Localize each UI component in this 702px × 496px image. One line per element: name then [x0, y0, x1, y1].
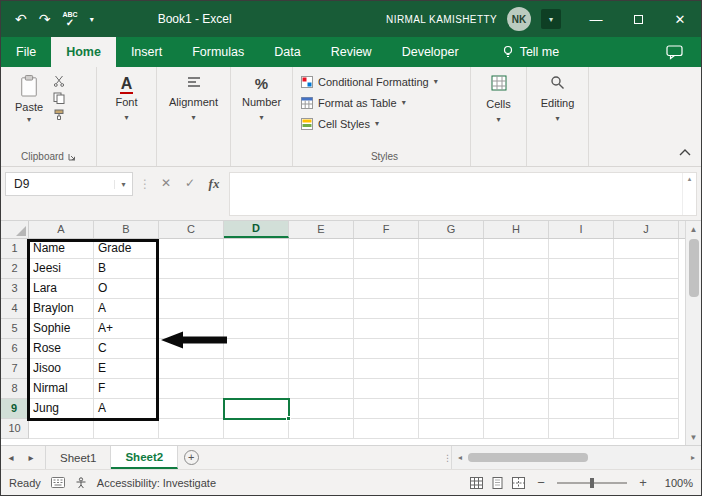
- cell-E4[interactable]: [289, 299, 354, 319]
- cell-E8[interactable]: [289, 379, 354, 399]
- sheet-tab-sheet1[interactable]: Sheet1: [45, 446, 111, 469]
- tab-formulas[interactable]: Formulas: [177, 37, 259, 67]
- formula-bar-expand-icon[interactable]: ▴: [682, 173, 696, 215]
- cut-button[interactable]: [53, 75, 65, 87]
- cell-H1[interactable]: [484, 239, 549, 259]
- cell-B7[interactable]: E: [94, 359, 159, 379]
- cell-I5[interactable]: [549, 319, 614, 339]
- cell-C2[interactable]: [159, 259, 224, 279]
- tab-data[interactable]: Data: [259, 37, 315, 67]
- insert-function-icon[interactable]: fx: [205, 172, 223, 192]
- column-header-A[interactable]: A: [29, 221, 94, 238]
- cell-F2[interactable]: [354, 259, 419, 279]
- collapse-ribbon-button[interactable]: [679, 142, 691, 160]
- cell-J8[interactable]: [614, 379, 679, 399]
- cell-C8[interactable]: [159, 379, 224, 399]
- sheet-bar-divider[interactable]: ⋮: [443, 446, 451, 469]
- cell-A3[interactable]: Lara: [29, 279, 94, 299]
- row-header-8[interactable]: 8: [1, 379, 29, 399]
- fill-handle[interactable]: [286, 416, 291, 421]
- scroll-right-icon[interactable]: ▸: [685, 453, 701, 462]
- row-header-10[interactable]: 10: [1, 419, 29, 439]
- accessibility-button[interactable]: [75, 477, 87, 489]
- column-header-G[interactable]: G: [419, 221, 484, 238]
- cell-A4[interactable]: Braylon: [29, 299, 94, 319]
- column-header-I[interactable]: I: [549, 221, 614, 238]
- cell-C9[interactable]: [159, 399, 224, 419]
- cell-C1[interactable]: [159, 239, 224, 259]
- cell-I6[interactable]: [549, 339, 614, 359]
- column-header-B[interactable]: B: [94, 221, 159, 238]
- cell-F9[interactable]: [354, 399, 419, 419]
- active-cell-d9[interactable]: [223, 398, 290, 420]
- cell-H5[interactable]: [484, 319, 549, 339]
- sheet-nav-left-icon[interactable]: ◂: [1, 446, 21, 469]
- maximize-button[interactable]: [617, 1, 659, 37]
- cell-F8[interactable]: [354, 379, 419, 399]
- paste-button[interactable]: Paste ▾: [9, 71, 49, 126]
- ribbon-display-options-icon[interactable]: ▾: [541, 9, 561, 29]
- cell-E1[interactable]: [289, 239, 354, 259]
- row-header-2[interactable]: 2: [1, 259, 29, 279]
- cell-F3[interactable]: [354, 279, 419, 299]
- tab-insert[interactable]: Insert: [116, 37, 177, 67]
- cell-styles-button[interactable]: Cell Styles ▾: [301, 113, 468, 134]
- zoom-slider[interactable]: [557, 476, 627, 490]
- horizontal-scroll-thumb[interactable]: [468, 453, 588, 462]
- cell-E9[interactable]: [289, 399, 354, 419]
- cell-I7[interactable]: [549, 359, 614, 379]
- cell-E10[interactable]: [289, 419, 354, 439]
- avatar[interactable]: NK: [507, 7, 531, 31]
- cell-C10[interactable]: [159, 419, 224, 439]
- row-header-6[interactable]: 6: [1, 339, 29, 359]
- conditional-formatting-button[interactable]: Conditional Formatting ▾: [301, 71, 468, 92]
- scroll-left-icon[interactable]: ◂: [452, 453, 468, 462]
- cell-G9[interactable]: [419, 399, 484, 419]
- cell-H10[interactable]: [484, 419, 549, 439]
- cell-H2[interactable]: [484, 259, 549, 279]
- page-break-view-button[interactable]: [512, 477, 525, 489]
- horizontal-scrollbar[interactable]: ◂ ▸: [451, 446, 701, 469]
- cell-B1[interactable]: Grade: [94, 239, 159, 259]
- cell-J1[interactable]: [614, 239, 679, 259]
- macro-record-icon[interactable]: [51, 477, 65, 488]
- cancel-icon[interactable]: ✕: [157, 172, 175, 190]
- cell-G7[interactable]: [419, 359, 484, 379]
- cell-J6[interactable]: [614, 339, 679, 359]
- cell-J2[interactable]: [614, 259, 679, 279]
- cell-D10[interactable]: [224, 419, 289, 439]
- cell-E5[interactable]: [289, 319, 354, 339]
- cell-G8[interactable]: [419, 379, 484, 399]
- cell-J10[interactable]: [614, 419, 679, 439]
- cell-I10[interactable]: [549, 419, 614, 439]
- cell-A7[interactable]: Jisoo: [29, 359, 94, 379]
- cell-A2[interactable]: Jeesi: [29, 259, 94, 279]
- cell-C6[interactable]: [159, 339, 224, 359]
- select-all-corner[interactable]: [1, 221, 29, 238]
- cell-A10[interactable]: [29, 419, 94, 439]
- cell-I1[interactable]: [549, 239, 614, 259]
- qat-menu-icon[interactable]: ▾: [90, 15, 94, 24]
- formula-input[interactable]: ▴: [229, 172, 697, 216]
- cell-H8[interactable]: [484, 379, 549, 399]
- row-header-3[interactable]: 3: [1, 279, 29, 299]
- cell-A5[interactable]: Sophie: [29, 319, 94, 339]
- cell-B6[interactable]: C: [94, 339, 159, 359]
- cell-J9[interactable]: [614, 399, 679, 419]
- minimize-button[interactable]: —: [575, 1, 617, 37]
- cell-D4[interactable]: [224, 299, 289, 319]
- cell-H6[interactable]: [484, 339, 549, 359]
- paste-dropdown-icon[interactable]: ▾: [27, 115, 31, 124]
- undo-icon[interactable]: ↶: [15, 12, 27, 26]
- cell-B10[interactable]: [94, 419, 159, 439]
- cell-C7[interactable]: [159, 359, 224, 379]
- accessibility-status-label[interactable]: Accessibility: Investigate: [97, 477, 216, 489]
- font-group-button[interactable]: A Font ▾: [97, 67, 157, 166]
- cell-C3[interactable]: [159, 279, 224, 299]
- zoom-slider-thumb[interactable]: [590, 478, 594, 488]
- cell-B2[interactable]: B: [94, 259, 159, 279]
- name-box-dropdown-icon[interactable]: ▾: [114, 180, 132, 189]
- row-header-9[interactable]: 9: [1, 399, 29, 419]
- cell-I2[interactable]: [549, 259, 614, 279]
- cell-I4[interactable]: [549, 299, 614, 319]
